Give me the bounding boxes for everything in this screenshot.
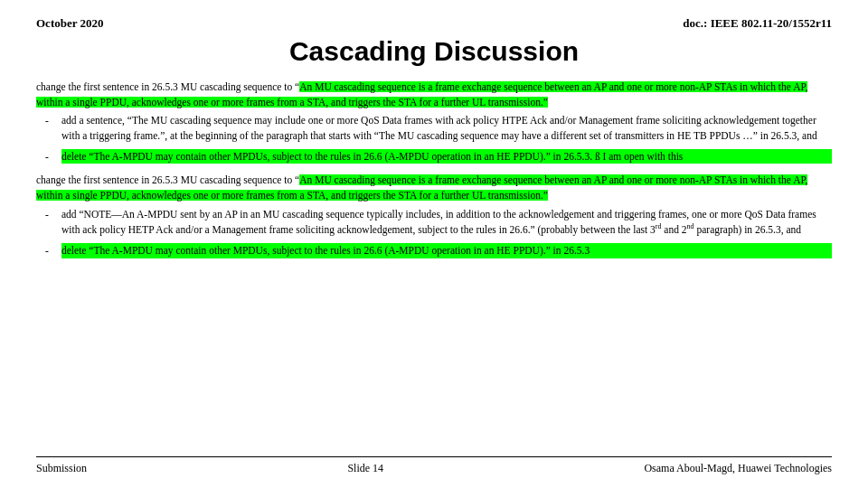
section-2-intro: change the first sentence in 26.5.3 MU c… [36, 173, 832, 202]
section-2-bullet-1-text: add “NOTE—An A-MPDU sent by an AP in an … [61, 207, 832, 238]
section-2-bullet-2-text: delete “The A-MPDU may contain other MPD… [61, 243, 832, 258]
section-1-bullet-1-text: add a sentence, “The MU cascading sequen… [61, 113, 832, 143]
bullet-dash: - [45, 113, 58, 143]
footer-submission: Submission [36, 462, 87, 475]
footer-slide: Slide 14 [347, 462, 383, 475]
bullet-dash-3: - [45, 207, 58, 238]
section-1-bullet-1: - add a sentence, “The MU cascading sequ… [36, 113, 832, 143]
header: October 2020 doc.: IEEE 802.11-20/1552r1… [36, 16, 832, 31]
page-title: Cascading Discussion [36, 36, 832, 67]
section-2-intro-plain: change the first sentence in 26.5.3 MU c… [36, 174, 299, 185]
section-2: change the first sentence in 26.5.3 MU c… [36, 173, 832, 258]
header-doc: doc.: IEEE 802.11-20/1552r11 [683, 16, 832, 31]
section-1: change the first sentence in 26.5.3 MU c… [36, 80, 832, 164]
section-1-intro-plain: change the first sentence in 26.5.3 MU c… [36, 81, 299, 92]
section-2-bullet-1: - add “NOTE—An A-MPDU sent by an AP in a… [36, 207, 832, 238]
section-1-bullet-2: - delete “The A-MPDU may contain other M… [36, 149, 832, 164]
page: October 2020 doc.: IEEE 802.11-20/1552r1… [0, 0, 868, 488]
bullet-dash-4: - [45, 243, 58, 258]
footer-author: Osama Aboul-Magd, Huawei Technologies [644, 462, 832, 475]
footer: Submission Slide 14 Osama Aboul-Magd, Hu… [36, 456, 832, 475]
section-1-bullet-2-text: delete “The A-MPDU may contain other MPD… [61, 149, 832, 164]
section-1-intro: change the first sentence in 26.5.3 MU c… [36, 80, 832, 109]
section-2-bullet-2: - delete “The A-MPDU may contain other M… [36, 243, 832, 258]
main-content: change the first sentence in 26.5.3 MU c… [36, 80, 832, 456]
header-date: October 2020 [36, 16, 104, 31]
bullet-dash-2: - [45, 149, 58, 164]
